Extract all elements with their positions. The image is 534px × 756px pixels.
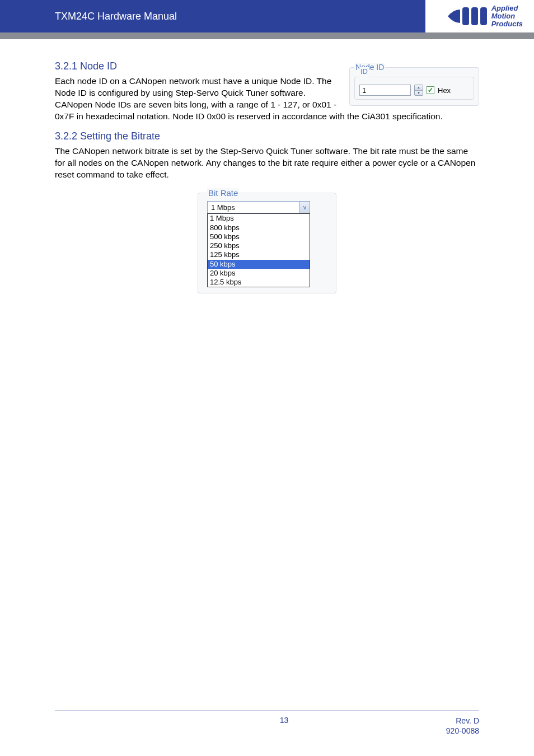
spinner-up-icon[interactable]: ▲ [415,85,423,91]
company-logo-icon [448,5,487,27]
bitrate-widget: Bit Rate 1 Mbps v 1 Mbps800 kbps500 kbps… [198,188,336,293]
company-logo-text: Applied Motion Products [491,4,523,29]
header-divider [0,32,534,39]
bitrate-selected: 1 Mbps [208,203,238,212]
bitrate-option[interactable]: 125 kbps [208,250,310,259]
node-id-inner-legend: ID [359,67,369,76]
bitrate-option[interactable]: 800 kbps [208,223,310,232]
logo-line2: Motion [491,12,516,20]
svg-rect-1 [471,7,478,25]
document-title: TXM24C Hardware Manual [55,11,177,22]
section-body-bitrate: The CANopen network bitrate is set by th… [55,146,479,181]
svg-rect-2 [480,7,487,25]
svg-rect-0 [462,7,469,25]
page-number: 13 [122,716,446,725]
bitrate-dropdown-list[interactable]: 1 Mbps800 kbps500 kbps250 kbps125 kbps50… [207,213,310,287]
bitrate-option[interactable]: 500 kbps [208,232,310,241]
logo-line3: Products [491,20,523,28]
bitrate-fieldset: Bit Rate 1 Mbps v 1 Mbps800 kbps500 kbps… [198,188,336,293]
node-id-spinner[interactable]: ▲ ▼ [414,85,423,96]
node-id-input[interactable] [359,85,411,96]
page-body: Node ID ID ▲ ▼ ✓ Hex 3.2.1 Node ID Each … [0,39,534,293]
bitrate-option[interactable]: 50 kbps [208,260,310,269]
spinner-down-icon[interactable]: ▼ [415,91,423,96]
revision-label: Rev. D [446,716,479,726]
bitrate-option[interactable]: 12.5 kbps [208,278,310,287]
bitrate-option[interactable]: 1 Mbps [208,214,310,223]
hex-checkbox[interactable]: ✓ [427,86,434,94]
bitrate-option[interactable]: 250 kbps [208,241,310,250]
node-id-inner-fieldset: ID ▲ ▼ ✓ Hex [354,73,474,100]
document-number: 920-0088 [446,726,479,736]
hex-label: Hex [438,86,451,95]
dropdown-arrow-icon[interactable]: v [299,202,310,213]
logo-area: Applied Motion Products [425,0,534,32]
node-id-fieldset: Node ID ID ▲ ▼ ✓ Hex [349,63,479,106]
logo-line1: Applied [491,4,518,12]
bitrate-option[interactable]: 20 kbps [208,269,310,278]
footer-divider [55,711,479,711]
section-heading-bitrate: 3.2.2 Setting the Bitrate [55,130,479,142]
header-bar: TXM24C Hardware Manual Applied Motion Pr… [0,0,534,32]
page-footer: 13 Rev. D 920-0088 [55,711,479,736]
bitrate-legend: Bit Rate [207,188,239,198]
bitrate-combobox[interactable]: 1 Mbps v [207,201,310,213]
node-id-widget: Node ID ID ▲ ▼ ✓ Hex [349,63,479,106]
